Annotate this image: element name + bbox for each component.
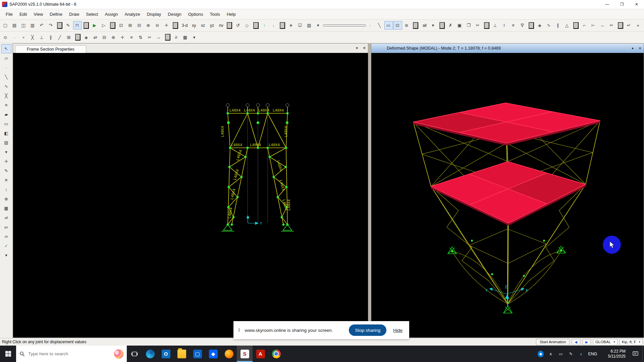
zoom-out-icon[interactable]: ⊖ [153, 21, 162, 29]
snap-to-grid-icon[interactable]: ⊞ [65, 33, 73, 42]
draw-frame-icon[interactable]: ╲ [1, 72, 11, 81]
show-grid-icon[interactable]: ▦ [181, 33, 190, 42]
show-desktop-button[interactable] [642, 346, 644, 362]
draw-special-joint-icon[interactable]: ∙ [1, 63, 11, 72]
draw-wall-icon[interactable]: ▤ [1, 138, 11, 147]
taskbar-sap2000-icon[interactable]: S [237, 346, 253, 362]
rubber-band-zoom-icon[interactable]: ⊡ [117, 21, 126, 29]
menu-view[interactable]: View [31, 10, 46, 18]
draw-poly-area-icon[interactable]: ▰ [1, 110, 11, 119]
taskbar-chrome-icon[interactable] [268, 346, 284, 362]
snap-perpendicular-icon[interactable]: ⊥ [38, 33, 46, 42]
taskbar-explorer-icon[interactable] [174, 346, 190, 362]
task-view-button[interactable] [127, 346, 142, 362]
restore-full-view-icon[interactable]: ⊞ [126, 21, 135, 29]
previous-step-icon[interactable]: ↵ [625, 21, 634, 29]
right-window-close-button[interactable]: ✕ [636, 45, 644, 52]
select-point-icon[interactable]: ∙ [366, 21, 375, 29]
previous-selection-tool[interactable]: ps [1, 223, 11, 232]
snap-to-joints-icon[interactable]: ⊙ [1, 33, 10, 42]
view-xy-button[interactable]: xy [189, 21, 198, 29]
taskbar-acrobat-icon[interactable]: A [253, 346, 268, 362]
assign-joint-restraints-icon[interactable]: ⊥ [491, 21, 500, 29]
clear-selection-tool[interactable]: clr [1, 232, 11, 241]
select-line-icon[interactable]: ╲ [375, 21, 384, 29]
tray-chevron-up-icon[interactable]: ∧ [546, 346, 556, 362]
clear-selection-icon[interactable]: ✗ [446, 21, 455, 29]
show-labels-icon[interactable]: # [172, 33, 181, 42]
run-analysis-icon[interactable]: ▶ [91, 21, 99, 29]
menu-select[interactable]: Select [83, 10, 101, 18]
units-dropdown[interactable]: Kip, ft, F ▾ [620, 339, 643, 345]
zoom-in-icon[interactable]: ⊕ [144, 21, 153, 29]
section-cut-icon[interactable]: ⌐ [580, 21, 589, 29]
close-button[interactable]: ✕ [629, 0, 644, 9]
right-viewport[interactable]: X Y Z [371, 53, 644, 338]
assign-display-menu-icon[interactable]: ▧ [305, 21, 314, 29]
more-tools-mid-icon[interactable]: ▾ [1, 147, 11, 157]
menu-help[interactable]: Help [224, 10, 239, 18]
snap-to-midpoints-icon[interactable]: ∙ [10, 33, 19, 42]
taskbar-search[interactable] [16, 346, 127, 362]
tray-speaker-icon[interactable]: ♪ [576, 346, 586, 362]
add-grid-icon[interactable]: ⊕ [1, 194, 11, 203]
row2-caret-icon[interactable]: ▾ [190, 33, 199, 42]
show-deformed-icon[interactable]: ∿ [545, 21, 553, 29]
pointer-tool-icon[interactable]: ↖ [1, 44, 11, 53]
draw-joint-icon[interactable]: ✎ [1, 166, 11, 175]
align-points-icon[interactable]: ≡ [127, 33, 136, 42]
delete-tool-icon[interactable]: ✕ [1, 176, 11, 185]
move-joints-icon[interactable]: ✛ [118, 33, 127, 42]
reshape-mode-icon[interactable]: ✛ [1, 157, 11, 166]
join-frames-icon[interactable]: ⊕ [109, 33, 118, 42]
dimension-line-icon[interactable]: ↔ [598, 21, 607, 29]
draw-braces-icon[interactable]: ╳ [1, 91, 11, 100]
left-viewport[interactable]: L40X4 L40X4 L40X4 L40X4 L40X4 L40X4 L40X… [13, 53, 368, 338]
more-tools-bottom-icon[interactable]: ▾ [1, 251, 11, 260]
flip-diagonal-icon[interactable]: ⇅ [137, 33, 145, 42]
draw-secondary-beams-icon[interactable]: ≡ [1, 101, 11, 110]
menu-edit[interactable]: Edit [16, 10, 30, 18]
menu-options[interactable]: Options [185, 10, 206, 18]
view-3d-button[interactable]: 3-d [180, 21, 189, 29]
rotate-view-icon[interactable]: ↺ [234, 21, 243, 29]
menu-define[interactable]: Define [47, 10, 65, 18]
maximize-button[interactable]: ❐ [614, 0, 629, 9]
extend-frames-icon[interactable]: ↔ [155, 33, 163, 42]
snap-to-intersections-icon[interactable]: ╳ [29, 33, 37, 42]
copy-icon[interactable]: ▣ [455, 21, 464, 29]
menu-file[interactable]: File [3, 10, 16, 18]
show-forces-icon[interactable]: ∥ [554, 21, 562, 29]
open-file-icon[interactable]: ▤ [10, 21, 19, 29]
display-menu-caret-icon[interactable]: ▾ [314, 21, 323, 29]
tray-pen-icon[interactable]: ✎ [566, 346, 576, 362]
run-animation-icon[interactable]: ▷ [100, 21, 108, 29]
menu-analyze[interactable]: Analyze [121, 10, 143, 18]
paste-icon[interactable]: ❐ [465, 21, 473, 29]
stop-sharing-button[interactable]: Stop sharing [349, 324, 386, 336]
up-one-gridline-icon[interactable]: ↑ [260, 21, 269, 29]
move-tool-icon[interactable]: ↕ [1, 185, 11, 194]
tray-people-icon[interactable]: ☻ [536, 346, 546, 362]
restore-selection-icon[interactable]: ✓ [1, 241, 11, 250]
snap-to-lines-icon[interactable]: ╱ [56, 33, 64, 42]
select-all-tool[interactable]: all [1, 213, 11, 222]
cut-section-icon[interactable]: ✂ [607, 21, 616, 29]
select-all-button[interactable]: all [420, 21, 429, 29]
perspective-toggle-icon[interactable]: ◇ [243, 21, 252, 29]
down-one-gridline-icon[interactable]: ↓ [269, 21, 278, 29]
zoom-window-icon[interactable]: ⊡ [393, 21, 402, 29]
redo-icon[interactable]: ↷ [47, 21, 55, 29]
assign-frame-sections-icon[interactable]: Ι [500, 21, 509, 29]
show-undeformed-icon[interactable]: ◈ [536, 21, 544, 29]
trim-frames-icon[interactable]: ✂ [146, 33, 154, 42]
search-input[interactable] [28, 351, 111, 357]
object-shrink-toggle-icon[interactable]: ∗ [287, 21, 296, 29]
window-divider[interactable] [368, 43, 371, 338]
assign-joint-load-icon[interactable]: ∇ [518, 21, 527, 29]
select-reshape-icon[interactable]: ▱ [1, 54, 11, 63]
right-window-menu-button[interactable]: ▾ [629, 45, 636, 52]
set-display-options-icon[interactable]: ☑ [296, 21, 305, 29]
menu-display[interactable]: Display [144, 10, 164, 18]
divide-frames-icon[interactable]: ⊟ [100, 33, 109, 42]
